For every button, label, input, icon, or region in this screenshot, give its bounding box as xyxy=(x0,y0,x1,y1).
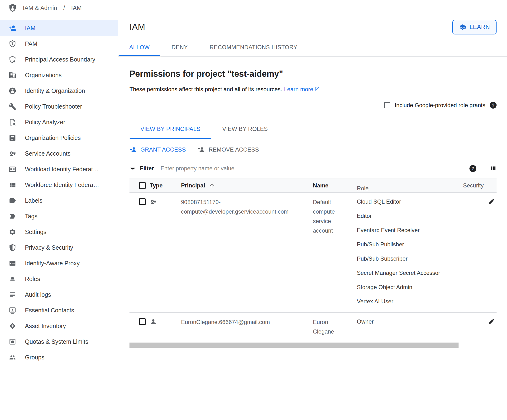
row-role: Vertex AI User xyxy=(357,298,463,312)
view-tabs: VIEW BY PRINCIPALSVIEW BY ROLES xyxy=(129,119,497,139)
sidebar-item-tags[interactable]: Tags xyxy=(0,208,118,224)
row-edit-cell xyxy=(486,313,497,339)
sidebar-item-asset-inventory[interactable]: Asset Inventory xyxy=(0,318,118,334)
column-header-label: Security xyxy=(463,182,484,189)
filter-icon xyxy=(129,165,136,172)
tab-deny[interactable]: DENY xyxy=(161,38,199,56)
tab-recommendations-history[interactable]: RECOMMENDATIONS HISTORY xyxy=(199,38,308,56)
tab-allow[interactable]: ALLOW xyxy=(118,38,161,56)
sidebar-item-label: Workload Identity Federat… xyxy=(25,166,103,173)
row-role: Pub/Sub Subscriber xyxy=(357,255,463,270)
select-all-checkbox[interactable] xyxy=(139,182,146,189)
sidebar-item-label: Groups xyxy=(25,354,48,361)
sidebar-item-label: Audit logs xyxy=(25,291,55,298)
filter-bar: Filter ? xyxy=(129,161,497,175)
edit-principal-button[interactable] xyxy=(488,198,495,205)
sidebar-item-policy-analyzer[interactable]: Policy Analyzer xyxy=(0,114,118,130)
horizontal-scrollbar-thumb[interactable] xyxy=(129,343,458,348)
column-header-role[interactable]: Role xyxy=(357,179,463,192)
sidebar-item-settings[interactable]: Settings xyxy=(0,224,118,240)
key-badge-icon xyxy=(8,150,16,157)
row-roles-cell: Owner xyxy=(357,313,463,339)
allow-tab-content: Permissions for project "test-aidemy" Th… xyxy=(118,69,507,348)
row-security-cell xyxy=(463,313,486,339)
row-checkbox[interactable] xyxy=(139,198,146,205)
sidebar-item-principal-access-boundary[interactable]: Principal Access Boundary xyxy=(0,52,118,67)
sidebar-item-organization-policies[interactable]: Organization Policies xyxy=(0,130,118,146)
column-display-icon[interactable] xyxy=(490,165,497,172)
sidebar-item-label: Quotas & System Limits xyxy=(25,338,92,345)
doc-search-icon xyxy=(8,118,16,126)
sidebar-item-label: Service Accounts xyxy=(25,150,74,157)
diamonds-icon xyxy=(8,322,16,330)
view-tab-view-by-roles[interactable]: VIEW BY ROLES xyxy=(211,119,279,139)
column-header-label: Type xyxy=(150,182,162,189)
sidebar-item-roles[interactable]: Roles xyxy=(0,271,118,287)
wrench-icon xyxy=(8,103,16,111)
include-google-roles-checkbox[interactable] xyxy=(384,102,390,108)
sidebar-item-policy-troubleshooter[interactable]: Policy Troubleshooter xyxy=(0,98,118,114)
sidebar-item-audit-logs[interactable]: Audit logs xyxy=(0,287,118,302)
sidebar-item-quotas-system-limits[interactable]: Quotas & System Limits xyxy=(0,334,118,350)
filter-help-icon[interactable]: ? xyxy=(470,165,476,172)
row-checkbox-cell xyxy=(129,313,150,339)
principals-table: TypePrincipalNameRoleSecurity90808715117… xyxy=(129,178,497,339)
sidebar-item-label: Tags xyxy=(25,213,41,220)
column-header-name[interactable]: Name xyxy=(313,182,357,189)
sidebar-item-workforce-identity-federa[interactable]: Workforce Identity Federa… xyxy=(0,177,118,193)
contact-icon xyxy=(8,307,16,314)
row-checkbox[interactable] xyxy=(139,318,146,325)
sidebar-item-organizations[interactable]: Organizations xyxy=(0,67,118,83)
row-role: Cloud SQL Editor xyxy=(357,198,463,213)
sidebar-item-privacy-security[interactable]: Privacy & Security xyxy=(0,240,118,255)
label-icon xyxy=(8,197,16,204)
column-header-principal[interactable]: Principal xyxy=(181,182,313,189)
row-role: Eventarc Event Receiver xyxy=(357,227,463,241)
sidebar-item-pam[interactable]: PAM xyxy=(0,36,118,52)
sidebar-item-label: Workforce Identity Federa… xyxy=(25,182,103,188)
filter-label: Filter xyxy=(140,165,154,172)
permissions-heading: Permissions for project "test-aidemy" xyxy=(129,69,497,79)
open-in-new-icon xyxy=(314,86,320,92)
sidebar-item-groups[interactable]: Groups xyxy=(0,350,118,365)
sidebar-item-label: Organization Policies xyxy=(25,134,84,141)
breadcrumb-separator: / xyxy=(63,5,65,11)
sidebar-item-service-accounts[interactable]: Service Accounts xyxy=(0,146,118,161)
learn-button-label: LEARN xyxy=(470,23,490,30)
sidebar-item-label: Principal Access Boundary xyxy=(25,56,99,63)
breadcrumb-app[interactable]: IAM & Admin xyxy=(23,5,57,11)
learn-button[interactable]: LEARN xyxy=(452,20,497,35)
sidebar-item-essential-contacts[interactable]: Essential Contacts xyxy=(0,302,118,318)
column-header-type[interactable]: Type xyxy=(150,182,181,189)
card-icon xyxy=(8,165,16,173)
sidebar-item-labels[interactable]: Labels xyxy=(0,193,118,208)
sidebar-item-iam[interactable]: IAM xyxy=(0,20,118,36)
row-roles-cell: Cloud SQL EditorEditorEventarc Event Rec… xyxy=(357,193,463,312)
sidebar-item-workload-identity-federat[interactable]: Workload Identity Federat… xyxy=(0,161,118,177)
sidebar-item-label: Identity-Aware Proxy xyxy=(25,260,83,267)
grant-access-button[interactable]: GRANT ACCESS xyxy=(129,146,186,153)
view-tab-view-by-principals[interactable]: VIEW BY PRINCIPALS xyxy=(129,119,211,139)
page-title: IAM xyxy=(129,22,145,32)
filter-input[interactable] xyxy=(160,165,470,172)
column-header-label: Principal xyxy=(181,182,205,189)
sidebar-item-identity-organization[interactable]: Identity & Organization xyxy=(0,83,118,98)
hat-icon xyxy=(8,275,16,283)
shield-person-icon xyxy=(8,56,16,63)
row-principal: 908087151170-compute@developer.gservicea… xyxy=(181,193,313,312)
column-header-label: Name xyxy=(313,182,328,189)
column-header-security[interactable]: Security xyxy=(463,182,486,189)
sidebar-item-label: Identity & Organization xyxy=(25,87,89,94)
remove-access-button[interactable]: REMOVE ACCESS xyxy=(198,146,259,153)
sidebar-item-label: Policy Troubleshooter xyxy=(25,103,86,110)
main-content: IAM LEARN ALLOWDENYRECOMMENDATIONS HISTO… xyxy=(118,16,507,420)
iam-admin-logo-icon xyxy=(8,3,17,12)
include-help-icon[interactable]: ? xyxy=(490,102,497,109)
permissions-description: These permissions affect this project an… xyxy=(129,86,497,93)
person-add-icon xyxy=(8,24,16,32)
remove-access-label: REMOVE ACCESS xyxy=(209,146,259,153)
top-header: IAM & Admin / IAM xyxy=(0,0,507,16)
sidebar-item-identity-aware-proxy[interactable]: Identity-Aware Proxy xyxy=(0,255,118,271)
edit-principal-button[interactable] xyxy=(488,318,495,325)
learn-more-link[interactable]: Learn more xyxy=(284,86,313,92)
